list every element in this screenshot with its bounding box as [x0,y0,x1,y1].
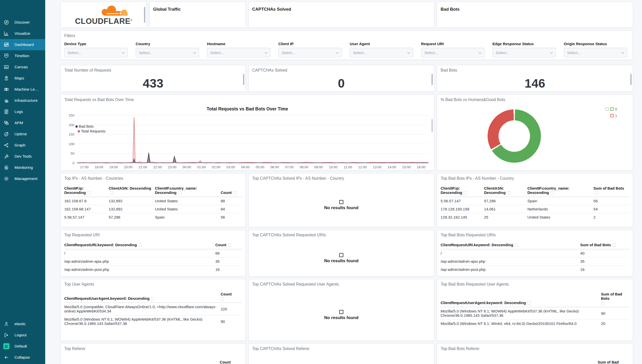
panel-bad-bots-header: Bad Bots [437,2,633,28]
column-header[interactable]: ClientRequestURI.keyword: Descending [64,242,215,249]
svg-text:13:00: 13:00 [373,165,381,169]
filter-user-agent: User Agent Select... [350,42,413,57]
svg-text:08:00: 08:00 [300,165,308,169]
panel-bad-user-agents: Top Bad Bots Requested User Agents Clien… [437,279,633,341]
empty-results-icon [339,253,343,257]
sidebar-item-logout[interactable]: Logout [0,329,45,341]
column-header[interactable]: Count [221,185,242,197]
svg-text:50: 50 [71,152,74,155]
column-header[interactable]: ClientASN: Descending [109,185,155,197]
column-header[interactable]: Sum of Bad [598,360,619,364]
chevron-down-icon [336,51,339,54]
panel-scrollbar[interactable] [431,119,433,132]
svg-text:200: 200 [69,123,74,127]
section-title: CAPTCHAs Solved [252,4,430,12]
sidebar-item-infrastructure[interactable]: Infrastructure [0,95,45,106]
column-header[interactable]: Count [220,360,231,364]
machine-learning-icon [4,87,9,92]
request-uri-select[interactable]: Select... [421,48,485,57]
column-header[interactable]: ClientIP.country_name: Descending [155,185,221,197]
sidebar-item-dashboard[interactable]: Dashboard [0,39,45,50]
sidebar-item-dev-tools[interactable]: Dev Tools [0,151,45,162]
chevron-down-icon [407,51,410,54]
bad-bots-ips-table: ClientIP.ip: DescendingClientASN: Descen… [441,185,629,221]
sidebar-item-collapse[interactable]: Collapse [0,352,45,363]
column-header[interactable]: ClientIP.ip: Descending [64,185,109,197]
column-header[interactable]: Sum of Bad Bots [593,185,629,197]
column-header[interactable]: ClientIP.country_name: Descending [527,185,593,197]
column-header[interactable]: Count [215,242,242,249]
panel-badbots-donut: % Bad Bots vs Humans&Good Bots 01 [437,94,633,171]
sort-checkbox-icon [233,191,236,194]
legend-item[interactable]: Bad Bots [75,124,105,129]
sort-checkbox-icon [507,191,510,194]
column-header[interactable]: Sum of Bad Bots [601,291,629,307]
column-header[interactable]: ClientIP.ip: Descending [441,185,484,197]
edge-response-status-select[interactable]: Select... [492,48,556,57]
sidebar-item-logs[interactable]: Logs [0,106,45,117]
column-header[interactable]: ClientASN: Descending [484,185,527,197]
svg-text:18:00: 18:00 [95,165,103,169]
sidebar-item-machine-learning[interactable]: Machine Le… [0,84,45,95]
panel-requests-vs-badbots-chart: Total Requests vs Bad Bots Over Time Tot… [60,94,434,171]
panel-captcha-referer: Top CAPTCHAs Solved Referer [248,343,434,364]
sidebar-item-canvas[interactable]: Canvas [0,61,45,73]
sidebar-item-timelion[interactable]: Timelion [0,50,45,61]
country-select[interactable]: Select... [136,48,199,57]
sidebar-nav: Discover Visualize Dashboard Timelion Ca… [0,17,45,184]
legend-item[interactable]: 0 [605,107,617,111]
sidebar-item-graph[interactable]: Graph [0,140,45,151]
legend-filter-icon[interactable] [605,107,609,111]
user-agent-select[interactable]: Select... [350,48,413,57]
panel-scrollbar[interactable] [144,7,145,23]
panel-scrollbar[interactable] [243,74,244,85]
table-row: 162.158.68.147132,892United States84 [64,205,242,213]
column-header[interactable]: Sum of Bad Bots [580,242,629,249]
panel-top-uri: Top Requested URI ClientRequestURI.keywo… [60,230,246,276]
svg-text:23:00: 23:00 [168,165,176,169]
panel-scrollbar[interactable] [431,74,433,85]
sidebar-item-maps[interactable]: Maps [0,73,45,84]
legend-item[interactable]: 1 [610,113,617,118]
svg-text:16:00: 16:00 [417,165,425,169]
origin-response-status-select[interactable]: Select... [564,48,627,57]
column-header[interactable]: ClientRequestUserAgent.keyword: Descendi… [64,291,221,303]
table-row: /wp-admin/admin-ajax.php35 [441,257,629,266]
sort-checkbox-icon [515,243,518,247]
sidebar-item-space-default[interactable]: D Default [0,341,45,352]
filter-label: Client IP [278,42,342,46]
sort-checkbox-icon [87,191,91,194]
column-header[interactable]: ClientRequestURI.keyword: Descending [441,242,580,249]
panel-scrollbar[interactable] [630,74,632,85]
chevron-down-icon [621,51,624,54]
sidebar-item-apm[interactable]: APM [0,117,45,128]
client-ip-select[interactable]: Select... [278,48,342,57]
no-results-text: No results found [324,205,358,210]
sidebar-item-management[interactable]: Management [0,173,45,184]
donut-legend: 01 [605,107,617,118]
sidebar-item-visualize[interactable]: Visualize [0,28,45,39]
bad-bots-user-agents-table: ClientRequestUserAgent.keyword: Descendi… [441,291,629,327]
device-type-select[interactable]: Select... [64,48,128,57]
sort-checkbox-icon [551,191,554,194]
sidebar-item-label: Maps [14,76,24,80]
column-header[interactable]: Count [221,291,242,303]
panel-top-ips: Top IPs - AS Number - Countries ClientIP… [60,173,246,227]
panel-bad-bots-metric: Bad Bots 146 [437,65,633,92]
legend-item[interactable]: Total Requests [78,129,105,134]
column-header[interactable]: ClientRequestUserAgent.keyword: Descendi… [441,291,601,307]
sidebar-item-discover[interactable]: Discover [0,17,45,28]
sidebar-item-monitoring[interactable]: Monitoring [0,162,45,173]
sidebar-item-uptime[interactable]: Uptime [0,128,45,140]
chevron-down-icon [478,51,481,54]
section-title: Global Traffic [153,4,242,12]
table-row: 5.56.57.14757,286Spain56 [64,213,242,221]
filter-device-type: Device Type Select... [64,42,128,57]
panel-title: Top Bad Bots Referer [441,346,629,351]
sort-checkbox-icon [221,297,224,301]
hostname-select[interactable]: Select... [207,48,270,57]
cloudflare-logo: CLOUDFLARE® [64,4,143,25]
sidebar-item-user[interactable]: elastic [0,318,45,329]
top-uri-table: ClientRequestURI.keyword: DescendingCoun… [64,242,242,273]
panel-title: Filters [64,33,629,38]
